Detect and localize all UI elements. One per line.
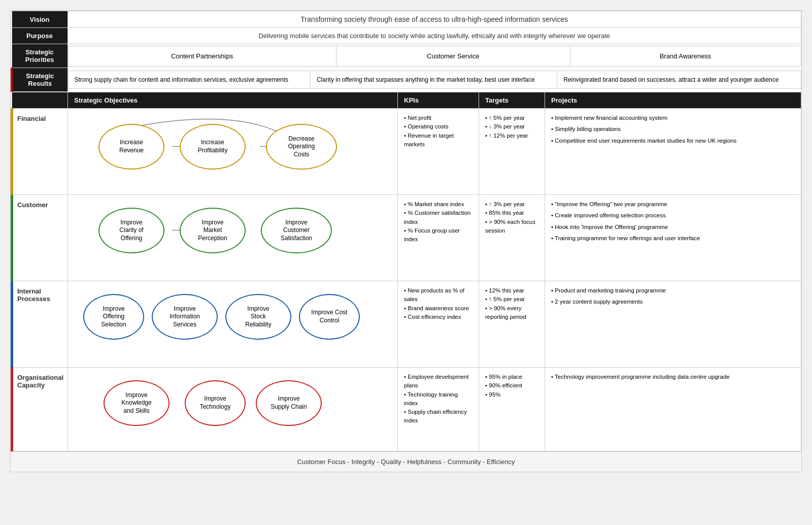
top-section: Vision Transforming society through ease… xyxy=(11,11,801,92)
footer: Customer Focus - Integrity - Quality - H… xyxy=(11,451,801,472)
oval-1-2: Improve Customer Satisfaction xyxy=(261,208,332,253)
target-item: • ↑ 12% per year xyxy=(485,132,538,140)
oval-2-2: Improve Stock Reliability xyxy=(225,294,291,340)
footer-values: Customer Focus - Integrity - Quality - H… xyxy=(297,458,515,466)
purpose-label: Purpose xyxy=(12,28,67,44)
kpi-cell-0: • Net profit• Operating costs• Revenue i… xyxy=(398,109,479,195)
kpi-item: • % Market share index xyxy=(404,200,472,209)
project-item: • Training programme for new offerings a… xyxy=(551,234,795,243)
header-perspective xyxy=(12,92,68,109)
target-item: • 95% xyxy=(485,390,538,399)
target-item: • ↑ 5% per year xyxy=(485,295,538,304)
kpi-cell-1: • % Market share index• % Customer satis… xyxy=(398,195,479,281)
target-item: • 85% this year xyxy=(485,209,538,217)
result-3: Reinvigorated brand based on successes, … xyxy=(557,71,801,89)
oval-3-2: Improve Supply Chain xyxy=(256,380,322,426)
target-item: • > 90% each focus session xyxy=(485,218,538,236)
oval-0-2: Decrease Operating Costs xyxy=(266,124,337,170)
project-item: • 2 year content supply agreements xyxy=(551,298,795,306)
perspective-row-1: Customer Improve Clarity of OfferingImpr… xyxy=(12,195,801,281)
header-kpis: KPIs xyxy=(398,92,479,109)
kpi-item: • Revenue in target markets xyxy=(404,132,472,149)
kpi-item: • Operating costs xyxy=(404,122,472,131)
project-item: • Simplify billing operations xyxy=(551,125,795,134)
strategic-priorities-row: Strategic Priorities Content Partnership… xyxy=(12,44,801,68)
perspective-label-3: Organisational Capacity xyxy=(12,368,68,451)
project-item: • "Improve the Offering" two year progra… xyxy=(551,200,795,209)
kpi-item: • Supply chain efficiency index xyxy=(404,408,472,425)
project-item: • Product and marketing training program… xyxy=(551,286,795,295)
result-1: Strong supply chain for content and info… xyxy=(68,71,310,89)
page-wrapper: Vision Transforming society through ease… xyxy=(10,10,802,472)
strategic-results-row: Strategic Results Strong supply chain fo… xyxy=(12,68,801,92)
header-objectives: Strategic Objectives xyxy=(68,92,398,109)
kpi-cell-2: • New products as % of sales• Brand awar… xyxy=(398,281,479,368)
kpi-item: • Technology training index xyxy=(404,390,472,408)
targets-cell-3: • 95% in place• 90% efficient• 95% xyxy=(479,368,545,451)
projects-cell-3: • Technology improvement programme inclu… xyxy=(545,368,801,451)
oval-3-1: Improve Technology xyxy=(185,380,246,426)
target-item: • > 90% every reporting period xyxy=(485,304,538,322)
target-item: • ↓ 3% per year xyxy=(485,122,538,131)
priority-1: Content Partnerships xyxy=(68,46,336,66)
target-item: • 90% efficient xyxy=(485,381,538,390)
priority-3: Brand Awareness xyxy=(570,46,801,66)
kpi-item: • % Customer satisfaction index xyxy=(404,209,472,226)
oval-1-1: Improve Market Perception xyxy=(180,208,246,253)
target-item: • 95% in place xyxy=(485,373,538,381)
kpi-item: • Net profit xyxy=(404,114,472,122)
target-item: • ↑ 3% per year xyxy=(485,200,538,209)
main-header-row: Strategic Objectives KPIs Targets Projec… xyxy=(12,92,801,109)
oval-2-0: Improve Offering Selection xyxy=(83,294,144,340)
purpose-row: Purpose Delivering mobile services that … xyxy=(12,28,801,44)
objectives-cell-2: Improve Offering SelectionImprove Inform… xyxy=(68,281,398,368)
objectives-cell-1: Improve Clarity of OfferingImprove Marke… xyxy=(68,195,398,281)
strategic-priorities-label: Strategic Priorities xyxy=(12,44,67,68)
projects-cell-2: • Product and marketing training program… xyxy=(545,281,801,368)
kpi-cell-3: • Employee development plans• Technology… xyxy=(398,368,479,451)
oval-1-0: Improve Clarity of Offering xyxy=(98,208,164,253)
oval-3-0: Improve Knowledge and Skills xyxy=(104,380,170,426)
projects-cell-0: • Implement new financial accounting sys… xyxy=(545,109,801,195)
perspective-row-0: Financial Increase RevenueIncrease Profi… xyxy=(12,109,801,195)
perspective-label-0: Financial xyxy=(12,109,68,195)
vision-row: Vision Transforming society through ease… xyxy=(12,11,801,28)
kpi-item: • New products as % of sales xyxy=(404,286,472,304)
objectives-cell-0: Increase RevenueIncrease ProfitabilityDe… xyxy=(68,109,398,195)
objectives-cell-3: Improve Knowledge and SkillsImprove Tech… xyxy=(68,368,398,451)
header-targets: Targets xyxy=(479,92,545,109)
purpose-text: Delivering mobile services that contribu… xyxy=(67,28,801,44)
kpi-item: • Employee development plans xyxy=(404,373,472,390)
perspective-row-3: Organisational CapacityImprove Knowledge… xyxy=(12,368,801,451)
kpi-item: • % Focus group user index xyxy=(404,226,472,244)
targets-cell-0: • ↑ 5% per year• ↓ 3% per year• ↑ 12% pe… xyxy=(479,109,545,195)
targets-cell-2: • 12% this year• ↑ 5% per year• > 90% ev… xyxy=(479,281,545,368)
oval-0-0: Increase Revenue xyxy=(98,124,164,170)
projects-cell-1: • "Improve the Offering" two year progra… xyxy=(545,195,801,281)
target-item: • ↑ 5% per year xyxy=(485,114,538,122)
main-table: Strategic Objectives KPIs Targets Projec… xyxy=(11,92,801,451)
header-projects: Projects xyxy=(545,92,801,109)
project-item: • Implement new financial accounting sys… xyxy=(551,114,795,122)
strategic-results-label: Strategic Results xyxy=(12,68,67,92)
vision-text: Transforming society through ease of acc… xyxy=(67,11,801,28)
project-item: • Hook into 'Improve the Offering' progr… xyxy=(551,223,795,232)
project-item: • Competitive end user requirements mark… xyxy=(551,137,795,145)
project-item: • Technology improvement programme inclu… xyxy=(551,373,795,381)
oval-0-1: Increase Profitability xyxy=(180,124,246,170)
result-2: Clarity in offering that surpasses anyth… xyxy=(310,71,557,89)
targets-cell-1: • ↑ 3% per year• 85% this year• > 90% ea… xyxy=(479,195,545,281)
kpi-item: • Cost efficiency index xyxy=(404,313,472,321)
project-item: • Create improved offering selection pro… xyxy=(551,211,795,220)
perspective-label-2: Internal Processes xyxy=(12,281,68,368)
perspective-row-2: Internal ProcessesImprove Offering Selec… xyxy=(12,281,801,368)
oval-2-3: Improve Cost Control xyxy=(299,294,360,340)
vision-label: Vision xyxy=(12,11,67,28)
priority-2: Customer Service xyxy=(336,46,570,66)
oval-2-1: Improve Information Services xyxy=(152,294,218,340)
target-item: • 12% this year xyxy=(485,286,538,295)
kpi-item: • Brand awareness score xyxy=(404,304,472,313)
perspective-label-1: Customer xyxy=(12,195,68,281)
